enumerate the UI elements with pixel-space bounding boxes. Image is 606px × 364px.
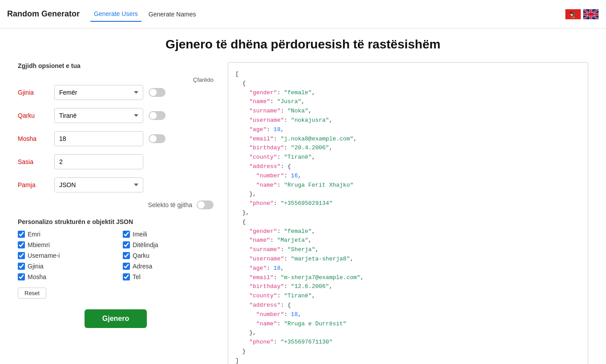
nav-generate-names[interactable]: Generate Names xyxy=(145,7,200,21)
nav-generate-users[interactable]: Generate Users xyxy=(90,7,141,22)
checkbox-qarku[interactable] xyxy=(123,252,130,259)
sasia-control xyxy=(54,154,143,169)
checkbox-ditelindja[interactable] xyxy=(123,241,130,248)
label-emri: Emri xyxy=(28,231,40,238)
label-ditelindja: Ditëlindja xyxy=(133,241,158,248)
sasia-input[interactable] xyxy=(54,154,143,169)
main-content: Gjenero të dhëna përdoruesish të rastësi… xyxy=(0,28,606,364)
sasia-row: Sasia xyxy=(18,154,214,169)
page-title: Gjenero të dhëna përdoruesish të rastësi… xyxy=(18,37,588,52)
flag-uk[interactable] xyxy=(583,9,599,20)
qarku-select[interactable]: Tiranë Durrës Vlorë Shkodër Fier xyxy=(54,108,143,123)
gjinia-toggle-slider xyxy=(149,88,166,97)
main-nav: Generate Users Generate Names xyxy=(90,7,199,22)
label-qarku: Qarku xyxy=(133,252,149,259)
label-username: Username-i xyxy=(28,252,60,259)
language-flags: 🦅 xyxy=(565,9,599,20)
qarku-label: Qarku xyxy=(18,112,49,119)
options-section-label: Zgjidh opsionet e tua xyxy=(18,62,214,69)
gjinia-control: Femër Mashkull Çfarëdo xyxy=(54,85,143,100)
checkbox-mbiemri[interactable] xyxy=(18,241,25,248)
field-qarku[interactable]: Qarku xyxy=(123,252,214,259)
field-username[interactable]: Username-i xyxy=(18,252,109,259)
label-tel: Tel xyxy=(133,273,141,280)
qarku-control: Tiranë Durrës Vlorë Shkodër Fier xyxy=(54,108,143,123)
personalizo-title: Personalizo strukturën e objektit JSON xyxy=(18,218,214,225)
flag-albanian[interactable]: 🦅 xyxy=(565,9,581,20)
personalizo-section: Personalizo strukturën e objektit JSON E… xyxy=(18,218,214,309)
qarku-toggle[interactable] xyxy=(149,111,166,120)
field-emri[interactable]: Emri xyxy=(18,231,109,238)
reset-button[interactable]: Reset xyxy=(18,288,46,299)
label-mbiemri: Mbiemri xyxy=(28,241,50,248)
gjinia-toggle-wrap xyxy=(149,88,166,97)
gjinia-label: Gjinia xyxy=(18,89,49,96)
selekto-toggle-slider xyxy=(197,200,214,209)
checkbox-adresa[interactable] xyxy=(123,263,130,270)
cfar-row: Çfarëdo xyxy=(18,76,214,83)
field-ditelindja[interactable]: Ditëlindja xyxy=(123,241,214,248)
field-mosha[interactable]: Mosha xyxy=(18,273,109,280)
checkbox-imeili[interactable] xyxy=(123,231,130,238)
field-tel[interactable]: Tel xyxy=(123,273,214,280)
label-gjinia: Gjinia xyxy=(28,263,44,270)
gjinia-toggle[interactable] xyxy=(149,88,166,97)
qarku-row: Qarku Tiranë Durrës Vlorë Shkodër Fier xyxy=(18,108,214,123)
gjinia-select[interactable]: Femër Mashkull Çfarëdo xyxy=(54,85,143,100)
mosha-control xyxy=(54,131,143,146)
app-logo: Random Generator xyxy=(7,9,80,19)
generate-button[interactable]: Gjenero xyxy=(85,309,147,328)
checkbox-emri[interactable] xyxy=(18,231,25,238)
mosha-input[interactable] xyxy=(54,131,143,146)
checkbox-gjinia[interactable] xyxy=(18,263,25,270)
label-imeili: Imeili xyxy=(133,231,147,238)
mosha-toggle[interactable] xyxy=(149,134,166,143)
checkbox-username[interactable] xyxy=(18,252,25,259)
checkbox-tel[interactable] xyxy=(123,273,130,280)
gjinia-row: Gjinia Femër Mashkull Çfarëdo xyxy=(18,85,214,100)
pamja-control: JSON CSV SQL xyxy=(54,177,143,192)
sasia-label: Sasia xyxy=(18,158,49,165)
field-adresa[interactable]: Adresa xyxy=(123,263,214,270)
selekto-row: Selekto të gjitha xyxy=(18,200,214,209)
generate-btn-wrap: Gjenero xyxy=(18,309,214,328)
pamja-row: Pamja JSON CSV SQL xyxy=(18,177,214,192)
pamja-select[interactable]: JSON CSV SQL xyxy=(54,177,143,192)
pamja-label: Pamja xyxy=(18,181,49,188)
field-gjinia[interactable]: Gjinia xyxy=(18,263,109,270)
cfar-label: Çfarëdo xyxy=(191,76,214,83)
mosha-row: Mosha xyxy=(18,131,214,146)
two-column-layout: Zgjidh opsionet e tua Çfarëdo Gjinia Fem… xyxy=(18,62,588,364)
mosha-toggle-slider xyxy=(149,134,166,143)
left-panel: Zgjidh opsionet e tua Çfarëdo Gjinia Fem… xyxy=(18,62,214,328)
svg-text:🦅: 🦅 xyxy=(569,10,578,18)
label-adresa: Adresa xyxy=(133,263,152,270)
mosha-toggle-wrap xyxy=(149,134,166,143)
mosha-label: Mosha xyxy=(18,135,49,142)
field-imeili[interactable]: Imeili xyxy=(123,231,214,238)
qarku-toggle-slider xyxy=(149,111,166,120)
checkbox-grid: Emri Imeili Mbiemri Ditëlindja xyxy=(18,231,214,280)
right-panel: [ { "gender": "female", "name": "Jusra",… xyxy=(228,62,588,364)
header: Random Generator Generate Users Generate… xyxy=(0,0,606,28)
label-mosha: Mosha xyxy=(28,273,46,280)
field-mbiemri[interactable]: Mbiemri xyxy=(18,241,109,248)
checkbox-mosha[interactable] xyxy=(18,273,25,280)
json-output-box: [ { "gender": "female", "name": "Jusra",… xyxy=(228,62,588,364)
qarku-toggle-wrap xyxy=(149,111,166,120)
selekto-label: Selekto të gjitha xyxy=(148,201,192,208)
selekto-toggle-wrap xyxy=(197,200,214,209)
selekto-toggle[interactable] xyxy=(197,200,214,209)
